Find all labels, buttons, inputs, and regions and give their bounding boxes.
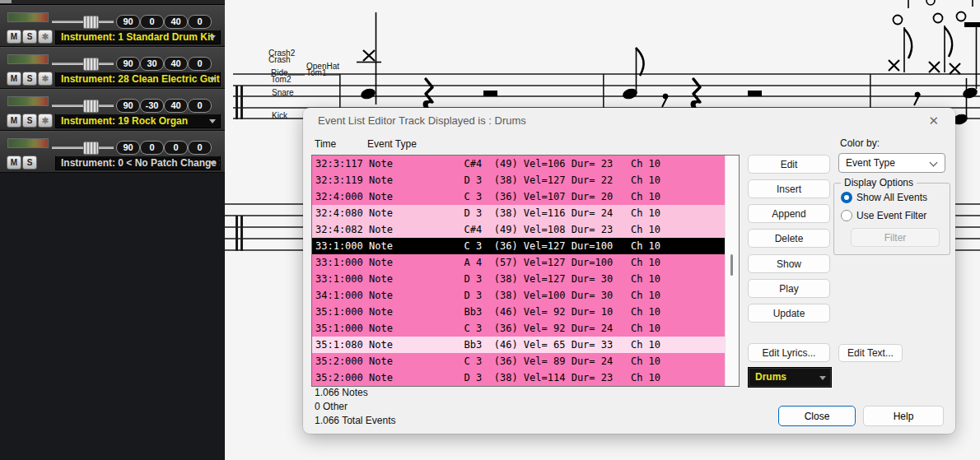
action-button[interactable]: Show (748, 254, 830, 273)
solo-button[interactable]: S (22, 156, 37, 170)
instrument-selector[interactable]: Instrument: 28 Clean Electric Guitar (55, 72, 221, 86)
mute-button[interactable]: M (7, 30, 21, 44)
display-options-title: Display Options (841, 177, 917, 188)
event-row[interactable]: 32:4:000 Note C 3 (36) Vel=107 Dur= 20 C… (312, 188, 726, 205)
radio-label: Use Event Filter (856, 210, 926, 221)
event-row-text: 34:1:000 Note D 3 (38) Vel=100 Dur= 30 C… (315, 290, 660, 301)
event-row[interactable]: 35:1:000 Note Bb3 (46) Vel= 92 Dur= 10 C… (312, 304, 726, 320)
reverb-value[interactable]: 40 (164, 15, 188, 29)
volume-slider-thumb[interactable] (83, 100, 99, 113)
volume-value[interactable]: 90 (116, 57, 140, 71)
instrument-selector[interactable]: Instrument: 19 Rock Organ (55, 114, 221, 128)
event-row-text: 35:2:000 Note C 3 (36) Vel= 89 Dur= 24 C… (315, 355, 660, 367)
volume-value[interactable]: 90 (116, 99, 140, 113)
freeze-button[interactable]: ✱ (38, 30, 53, 44)
edit-text-button[interactable]: Edit Text... (838, 344, 903, 362)
radio-show-all-events[interactable]: Show All Events (841, 192, 927, 203)
event-row[interactable]: 32:4:082 Note C#4 (49) Vel=108 Dur= 23 C… (312, 221, 726, 238)
edit-actions: EditInsertAppendDelete (748, 155, 830, 253)
event-row[interactable]: 35:2:000 Note C 3 (36) Vel= 89 Dur= 24 C… (312, 353, 726, 369)
event-row[interactable]: 33:1:000 Note D 3 (38) Vel=127 Dur= 30 C… (312, 271, 726, 287)
action-button[interactable]: Update (748, 304, 830, 323)
eighth-rest-2 (914, 92, 920, 105)
volume-slider-thumb[interactable] (83, 16, 99, 29)
event-list-scrollbar[interactable] (725, 156, 739, 386)
mute-button[interactable]: M (7, 156, 21, 170)
tone-value[interactable]: 0 (188, 15, 212, 29)
reverb-value[interactable]: 40 (164, 99, 188, 113)
action-button[interactable]: Delete (748, 229, 830, 248)
radio-on-icon[interactable] (841, 192, 852, 203)
event-row[interactable]: 35:1:000 Note C 3 (36) Vel= 92 Dur= 24 C… (312, 320, 726, 337)
reverb-value[interactable]: 0 (164, 141, 188, 155)
pan-value[interactable]: 0 (140, 15, 164, 29)
mute-button[interactable]: M (7, 72, 21, 86)
event-row-text: 35:1:080 Note Bb3 (46) Vel= 65 Dur= 33 C… (315, 339, 660, 351)
total-events-count: 1.066 Total Events (315, 415, 396, 426)
other-count: 0 Other (315, 401, 348, 412)
scrollbar-thumb[interactable] (730, 254, 733, 276)
half-rest-2 (748, 91, 762, 96)
close-button[interactable]: Close (778, 406, 856, 426)
radio-use-event-filter[interactable]: Use Event Filter (841, 210, 926, 221)
freeze-button[interactable]: ✱ (38, 72, 53, 86)
instrument-selector[interactable]: Instrument: 1 Standard Drum Kit (55, 30, 221, 44)
pan-value[interactable]: -30 (140, 99, 164, 113)
solo-button[interactable]: S (22, 72, 37, 86)
event-row-text: 35:1:000 Note C 3 (36) Vel= 92 Dur= 24 C… (315, 323, 660, 334)
half-rest (483, 91, 497, 96)
mixer-top-notch (0, 0, 12, 3)
chevron-down-icon (209, 35, 216, 39)
instrument-label: Instrument: 0 < No Patch Change > (61, 157, 221, 169)
track-selector-label: Drums (755, 371, 786, 383)
lane-label-tom1: Tom1 (306, 69, 326, 77)
freeze-button[interactable]: ✱ (38, 114, 53, 128)
edit-lyrics-button[interactable]: Edit Lyrics... (748, 343, 830, 362)
action-button[interactable]: Edit (748, 155, 830, 174)
play-actions: ShowPlayUpdate (748, 254, 830, 328)
action-button[interactable]: Play (748, 279, 830, 298)
event-row[interactable]: 34:1:000 Note D 3 (38) Vel=100 Dur= 30 C… (312, 287, 726, 304)
event-row-text: 35:1:000 Note Bb3 (46) Vel= 92 Dur= 10 C… (315, 306, 660, 318)
pan-value[interactable]: 0 (140, 141, 164, 155)
mixer-track: 90 -30 40 0 M S ✱ Instrument: 19 Rock Or… (0, 89, 225, 131)
event-row[interactable]: 33:1:000 Note A 4 (57) Vel=127 Dur=100 C… (312, 254, 726, 271)
reverb-value[interactable]: 40 (164, 57, 188, 71)
tone-value[interactable]: 0 (188, 141, 212, 155)
tone-value[interactable]: 0 (188, 57, 212, 71)
chevron-down-icon (209, 161, 216, 165)
event-row[interactable]: 35:1:080 Note Bb3 (46) Vel= 65 Dur= 33 C… (312, 337, 726, 353)
filter-button[interactable]: Filter (851, 228, 940, 247)
event-row[interactable]: 32:3:117 Note C#4 (49) Vel=106 Dur= 23 C… (312, 156, 726, 172)
solo-button[interactable]: S (22, 114, 37, 128)
lane-label-crash: Crash (268, 56, 291, 64)
volume-value[interactable]: 90 (116, 15, 140, 29)
track-selector-dropdown[interactable]: Drums (748, 367, 832, 388)
action-button[interactable]: Insert (748, 179, 830, 198)
event-row[interactable]: 33:1:000 Note C 3 (36) Vel=127 Dur=100 C… (312, 238, 726, 254)
event-row-text: 32:3:117 Note C#4 (49) Vel=106 Dur= 23 C… (315, 158, 660, 170)
event-row[interactable]: 32:4:080 Note D 3 (38) Vel=116 Dur= 24 C… (312, 205, 726, 221)
instrument-selector[interactable]: Instrument: 0 < No Patch Change > (55, 156, 221, 170)
volume-value[interactable]: 90 (116, 141, 140, 155)
mute-button[interactable]: M (7, 114, 21, 128)
volume-slider-thumb[interactable] (83, 142, 99, 155)
mixer-track-list: 90 0 40 0 M S ✱ Instrument: 1 Standard D… (0, 5, 225, 173)
event-rows: 32:3:117 Note C#4 (49) Vel=106 Dur= 23 C… (312, 156, 726, 386)
radio-off-icon[interactable] (841, 210, 852, 221)
help-button[interactable]: Help (863, 406, 944, 426)
solo-button[interactable]: S (22, 30, 37, 44)
event-row[interactable]: 35:2:000 Note D 3 (38) Vel=114 Dur= 23 C… (312, 369, 726, 386)
event-row[interactable]: 32:3:119 Note D 3 (38) Vel=127 Dur= 22 C… (312, 172, 726, 188)
close-icon[interactable]: ✕ (925, 112, 942, 130)
mixer-panel: 90 0 40 0 M S ✱ Instrument: 1 Standard D… (0, 0, 225, 460)
column-header-event-type: Event Type (367, 138, 417, 150)
pan-value[interactable]: 30 (140, 57, 164, 71)
dialog-title: Event List Editor Track Displayed is : D… (318, 114, 526, 127)
tone-value[interactable]: 0 (188, 99, 212, 113)
event-row-text: 35:2:000 Note D 3 (38) Vel=114 Dur= 23 C… (315, 372, 660, 383)
color-by-select[interactable]: Event Type (838, 153, 945, 173)
volume-slider-thumb[interactable] (83, 58, 99, 71)
event-list-editor-dialog: Event List Editor Track Displayed is : D… (303, 108, 955, 434)
action-button[interactable]: Append (748, 204, 830, 223)
